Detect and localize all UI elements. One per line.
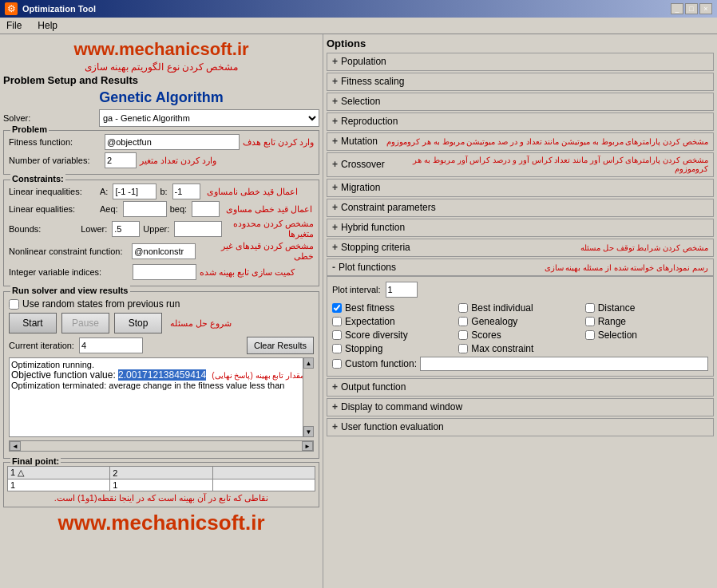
range-checkbox[interactable] [585, 317, 595, 326]
expectation-label: Expectation [345, 316, 395, 327]
output-area[interactable]: Optimization running. Objective function… [9, 357, 314, 437]
range-label: Range [598, 316, 626, 327]
nonlinear-input[interactable] [132, 243, 196, 259]
constraints-group-label: Constraints: [10, 174, 65, 184]
scroll-down-btn[interactable]: ▼ [303, 426, 314, 437]
clear-results-button[interactable]: Clear Results [247, 337, 314, 354]
option-plot-functions-header[interactable]: - Plot functions رسم نمودارهای خواسته شد… [327, 259, 713, 276]
score-diversity-checkbox[interactable] [332, 330, 342, 340]
custom-function-label: Custom function: [345, 358, 417, 369]
constraint-params-label: Constraint parameters [341, 202, 708, 213]
random-states-checkbox[interactable] [9, 299, 19, 310]
custom-function-checkbox[interactable] [332, 359, 342, 369]
scores-checkbox[interactable] [458, 330, 468, 340]
checkbox-custom-function: Custom function: [332, 357, 708, 371]
stopping-criteria-annotation: مشخص کردن شرایط توقف حل مسئله [580, 243, 708, 252]
nonlinear-row: Nonlinear constraint function: مشخص کردن… [9, 241, 314, 262]
integer-label: Integer variable indices: [9, 267, 133, 277]
crossover-label: Crossover [341, 159, 385, 170]
output-line2-prefix: Objective function value: [11, 369, 118, 381]
option-hybrid-function-header[interactable]: + Hybrid function [327, 219, 713, 236]
option-stopping-criteria-header[interactable]: + Stopping criteria مشخص کردن شرایط توقف… [327, 239, 713, 256]
mutation-label: Mutation [341, 136, 380, 147]
upper-label: Upper: [143, 224, 169, 234]
user-function-expand-icon: + [332, 421, 338, 432]
option-reproduction-header[interactable]: + Reproduction [327, 113, 713, 130]
population-label: Population [341, 56, 708, 67]
max-constraint-checkbox[interactable] [458, 344, 468, 353]
option-mutation: + Mutation مشخص کردن پارامترهای مربوط به… [327, 132, 714, 151]
option-display-window-header[interactable]: + Display to command window [327, 399, 713, 416]
integer-input[interactable] [133, 264, 196, 280]
display-window-expand-icon: + [332, 401, 338, 412]
a-label: A: [100, 187, 108, 196]
stop-button[interactable]: Stop [114, 313, 162, 333]
plot-interval-input[interactable] [386, 282, 418, 298]
start-annotation: شروع حل مسئله [170, 318, 232, 329]
solver-row: Solver: ga - Genetic Algorithm [3, 109, 319, 127]
close-button[interactable]: × [699, 3, 712, 14]
scroll-right-btn[interactable]: ► [302, 441, 313, 451]
iteration-input[interactable] [79, 337, 143, 353]
menu-file[interactable]: File [3, 19, 25, 32]
custom-function-input[interactable] [420, 357, 708, 371]
option-output-function: + Output function [327, 378, 714, 397]
algo-title: Genetic Algorithm [3, 89, 319, 106]
table-row-1: 1 1 [8, 479, 315, 491]
user-function-label: User function evaluation [341, 421, 708, 432]
h-scrollbar[interactable]: ◄ ► [9, 440, 314, 452]
lower-input[interactable] [112, 221, 140, 237]
h-scroll-track [21, 441, 302, 451]
best-fitness-checkbox[interactable] [332, 303, 342, 313]
option-user-function-header[interactable]: + User function evaluation [327, 419, 713, 436]
option-constraint-params-header[interactable]: + Constraint parameters [327, 199, 713, 216]
upper-input[interactable] [174, 221, 222, 237]
expectation-checkbox[interactable] [332, 317, 342, 326]
option-fitness-scaling-header[interactable]: + Fitness scaling [327, 73, 713, 90]
final-point-table: 1 △ 2 1 1 [7, 466, 315, 491]
aeq-input[interactable] [123, 201, 167, 217]
title-bar-text: Optimization Tool [22, 4, 666, 14]
minimize-button[interactable]: _ [671, 3, 683, 14]
option-output-function-header[interactable]: + Output function [327, 379, 713, 396]
crossover-expand-icon: + [332, 159, 338, 170]
option-population-header[interactable]: + Population [327, 53, 713, 70]
integer-row: Integer variable indices: کمیت سازی تابع… [9, 264, 314, 280]
output-function-expand-icon: + [332, 381, 338, 393]
scroll-left-btn[interactable]: ◄ [10, 441, 21, 451]
hybrid-function-label: Hybrid function [341, 222, 708, 233]
linear-ineq-label: Linear inequalities: [9, 187, 97, 196]
distance-checkbox[interactable] [585, 303, 595, 313]
scroll-up-btn[interactable]: ▲ [303, 357, 314, 369]
pause-button[interactable]: Pause [61, 313, 109, 333]
scroll-track [303, 369, 314, 426]
option-mutation-header[interactable]: + Mutation مشخص کردن پارامترهای مربوط به… [327, 133, 713, 150]
option-selection-header[interactable]: + Selection [327, 93, 713, 110]
bounds-label: Bounds: [9, 224, 77, 234]
numvars-input[interactable] [105, 152, 137, 168]
a-input[interactable] [113, 184, 156, 199]
b-input[interactable] [172, 184, 200, 199]
stopping-checkbox[interactable] [332, 344, 342, 353]
fitness-input[interactable] [105, 134, 240, 150]
option-crossover-header[interactable]: + Crossover مشخص کردن پارامترهای کراس آو… [327, 153, 713, 176]
scrollbar[interactable]: ▲ ▼ [303, 357, 314, 437]
start-button[interactable]: Start [9, 313, 57, 333]
final-point-label: Final point: [10, 456, 61, 466]
algo-annotation: مشخص کردن نوع الگوریتم بهینه سازی [3, 61, 319, 73]
menu-help[interactable]: Help [34, 19, 61, 32]
selection-checkbox[interactable] [585, 330, 595, 340]
option-migration-header[interactable]: + Migration [327, 180, 713, 196]
solver-select[interactable]: ga - Genetic Algorithm [99, 109, 319, 127]
watermark-top: www.mechanicsoft.ir [3, 39, 319, 60]
genealogy-checkbox[interactable] [458, 317, 468, 326]
beq-input[interactable] [192, 201, 220, 217]
run-section: Run solver and view results Use random s… [3, 291, 319, 459]
constraints-group: Constraints: Linear inequalities: A: b: … [3, 180, 319, 286]
run-buttons: Start Pause Stop شروع حل مسئله [9, 313, 314, 333]
best-individual-checkbox[interactable] [458, 303, 468, 313]
maximize-button[interactable]: □ [685, 3, 698, 14]
option-plot-functions: - Plot functions رسم نمودارهای خواسته شد… [327, 258, 714, 377]
stopping-criteria-expand-icon: + [332, 242, 338, 253]
left-panel: www.mechanicsoft.ir مشخص کردن نوع الگوری… [0, 34, 323, 588]
